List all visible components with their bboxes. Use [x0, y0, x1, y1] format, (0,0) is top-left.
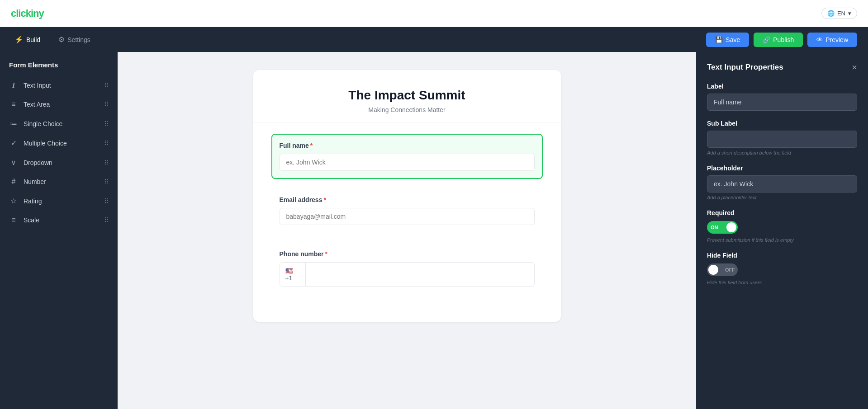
field-input-phone[interactable] — [306, 266, 534, 282]
form-title: The Impact Summit — [271, 88, 543, 103]
nav-settings-label: Settings — [67, 36, 90, 43]
hide-field-toggle[interactable] — [707, 263, 738, 276]
form-subtitle: Making Connections Matter — [271, 106, 543, 113]
scale-icon: ≡ — [9, 216, 18, 224]
navbar: ⚡ Build ⚙ Settings 💾 Save 🔗 Publish 👁 Pr… — [0, 27, 868, 52]
required-star-fullname: * — [310, 142, 313, 149]
form-card: The Impact Summit Making Connections Mat… — [253, 70, 561, 322]
phone-flag[interactable]: 🇺🇸 +1 — [280, 263, 306, 286]
save-label: Save — [726, 36, 740, 43]
save-icon: 💾 — [715, 36, 723, 43]
sidebar-item-label-single-choice: Single Choice — [24, 120, 62, 127]
prop-placeholder-input[interactable] — [707, 175, 857, 193]
prop-group-label: Label — [707, 83, 857, 111]
number-icon: # — [9, 178, 18, 186]
drag-handle-rating[interactable]: ⠿ — [104, 197, 109, 205]
required-star-phone: * — [325, 250, 327, 258]
sidebar-item-label-rating: Rating — [24, 197, 42, 205]
multiple-choice-icon: ✓ — [9, 139, 18, 147]
form-fields: Full name* Email address* Phone number* — [253, 123, 561, 295]
prop-group-hide-field: Hide Field Hide this field from users — [707, 252, 857, 285]
nav-settings[interactable]: ⚙ Settings — [55, 33, 94, 47]
nav-build[interactable]: ⚡ Build — [11, 33, 44, 47]
single-choice-icon: ≔ — [9, 119, 18, 128]
required-star-email: * — [323, 196, 326, 203]
prop-required-heading: Required — [707, 209, 857, 216]
form-field-phone[interactable]: Phone number* 🇺🇸 +1 — [271, 242, 543, 295]
prop-hide-field-heading: Hide Field — [707, 252, 857, 259]
properties-panel: Text Input Properties × Label Sub Label … — [696, 52, 868, 409]
drag-handle-scale[interactable]: ⠿ — [104, 216, 109, 224]
sidebar-item-single-choice[interactable]: ≔ Single Choice ⠿ — [0, 114, 118, 133]
props-title: Text Input Properties — [707, 63, 783, 72]
sidebar-item-dropdown[interactable]: ∨ Dropdown ⠿ — [0, 153, 118, 172]
lang-selector[interactable]: 🌐 EN ▾ — [821, 8, 857, 19]
prop-label-input[interactable] — [707, 94, 857, 111]
settings-icon: ⚙ — [58, 35, 65, 44]
drag-handle-single-choice[interactable]: ⠿ — [104, 120, 109, 127]
prop-sublabel-heading: Sub Label — [707, 120, 857, 127]
phone-row: 🇺🇸 +1 — [280, 262, 535, 287]
field-label-fullname: Full name* — [280, 142, 535, 149]
prop-sublabel-hint: Add a short description below the field — [707, 150, 857, 155]
sidebar-item-label-scale: Scale — [24, 216, 39, 224]
preview-label: Preview — [825, 36, 848, 43]
globe-icon: 🌐 — [827, 10, 835, 17]
logo-text: clickiny — [11, 8, 44, 19]
field-input-fullname[interactable] — [280, 154, 535, 171]
toggle-knob-required — [726, 222, 736, 232]
sidebar-item-rating[interactable]: ☆ Rating ⠿ — [0, 191, 118, 211]
sidebar-item-scale[interactable]: ≡ Scale ⠿ — [0, 211, 118, 230]
close-button[interactable]: × — [852, 63, 857, 72]
publish-icon: 🔗 — [763, 36, 770, 43]
main-layout: Form Elements I Text Input ⠿ ≡ Text Area… — [0, 52, 868, 409]
drag-handle-multiple-choice[interactable]: ⠿ — [104, 140, 109, 147]
lang-label: EN — [837, 10, 845, 17]
form-field-email[interactable]: Email address* — [271, 188, 543, 233]
prop-placeholder-heading: Placeholder — [707, 165, 857, 172]
sidebar-item-label-text-area: Text Area — [24, 101, 50, 108]
nav-right: 💾 Save 🔗 Publish 👁 Preview — [706, 33, 857, 47]
save-button[interactable]: 💾 Save — [706, 33, 749, 47]
toggle-knob-hide — [708, 265, 718, 275]
drag-handle-text-input[interactable]: ⠿ — [104, 82, 109, 89]
prop-group-required: Required Prevent submission if this fiel… — [707, 209, 857, 243]
sidebar-item-multiple-choice[interactable]: ✓ Multiple Choice ⠿ — [0, 133, 118, 153]
prop-sublabel-input[interactable] — [707, 131, 857, 148]
sidebar-item-number[interactable]: # Number ⠿ — [0, 172, 118, 191]
topbar: clickiny 🌐 EN ▾ — [0, 0, 868, 27]
prop-group-sublabel: Sub Label Add a short description below … — [707, 120, 857, 155]
form-header: The Impact Summit Making Connections Mat… — [253, 70, 561, 123]
publish-button[interactable]: 🔗 Publish — [754, 33, 803, 47]
sidebar-item-label-number: Number — [24, 178, 46, 185]
field-label-email: Email address* — [280, 196, 535, 203]
sidebar: Form Elements I Text Input ⠿ ≡ Text Area… — [0, 52, 118, 409]
rating-icon: ☆ — [9, 197, 18, 205]
text-input-icon: I — [9, 81, 18, 89]
preview-icon: 👁 — [816, 36, 823, 43]
prop-group-placeholder: Placeholder Add a placeholder text — [707, 165, 857, 200]
drag-handle-dropdown[interactable]: ⠿ — [104, 159, 109, 166]
required-toggle[interactable] — [707, 221, 738, 234]
text-area-icon: ≡ — [9, 100, 18, 108]
props-header: Text Input Properties × — [707, 63, 857, 72]
build-icon: ⚡ — [14, 35, 24, 44]
nav-build-label: Build — [26, 36, 40, 43]
drag-handle-number[interactable]: ⠿ — [104, 178, 109, 185]
prop-placeholder-hint: Add a placeholder text — [707, 195, 857, 200]
form-field-fullname[interactable]: Full name* — [271, 134, 543, 179]
prop-label-heading: Label — [707, 83, 857, 90]
drag-handle-text-area[interactable]: ⠿ — [104, 101, 109, 108]
publish-label: Publish — [773, 36, 794, 43]
field-input-email[interactable] — [280, 208, 535, 225]
sidebar-item-text-input[interactable]: I Text Input ⠿ — [0, 76, 118, 95]
preview-button[interactable]: 👁 Preview — [807, 33, 857, 47]
field-label-phone: Phone number* — [280, 250, 535, 258]
prop-hide-field-hint: Hide this field from users — [707, 280, 857, 285]
sidebar-item-label-dropdown: Dropdown — [24, 159, 52, 166]
chevron-down-icon: ▾ — [848, 10, 851, 17]
sidebar-item-text-area[interactable]: ≡ Text Area ⠿ — [0, 95, 118, 114]
logo: clickiny — [11, 8, 44, 19]
sidebar-item-label-text-input: Text Input — [24, 82, 51, 89]
prop-required-hint: Prevent submission if this field is empt… — [707, 237, 857, 243]
